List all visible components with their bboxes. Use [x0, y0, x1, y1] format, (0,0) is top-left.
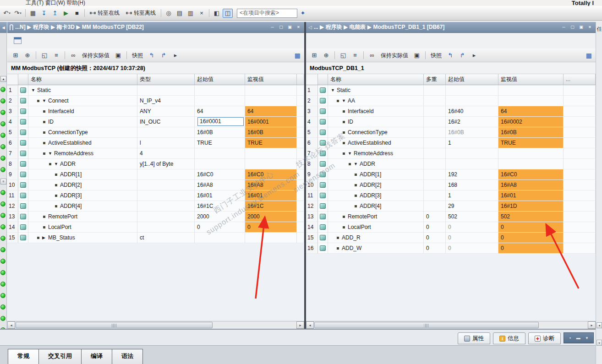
expander-icon[interactable]: ▶ — [42, 233, 47, 243]
breadcrumb-left[interactable]: ...N] ▶ 程序块 ▶ 梅卡3D ▶ MM ModbusTCP [DB22] — [15, 23, 144, 31]
start-value-cell[interactable]: 1 — [446, 138, 498, 148]
monitor-value-cell[interactable] — [498, 148, 564, 159]
start-value-cell[interactable]: 16#2 — [446, 117, 498, 127]
name-cell[interactable]: ADDR[2] — [28, 180, 137, 190]
monitor-value-cell[interactable] — [498, 85, 564, 96]
tab-info[interactable]: i 信息 — [493, 332, 525, 344]
multi-cell[interactable] — [424, 85, 446, 96]
monitor-value-cell[interactable]: 16#C0 — [245, 169, 297, 180]
data-type-cell[interactable] — [137, 201, 195, 212]
scroll-right-icon[interactable]: ▸ — [588, 321, 596, 329]
expander-icon[interactable]: ▼ — [331, 85, 336, 95]
tab-compile[interactable]: 编译 — [81, 349, 112, 364]
name-cell[interactable]: ▼ADDR — [28, 159, 137, 169]
name-cell[interactable]: ▼Static — [28, 85, 137, 96]
start-value-cell[interactable]: 502 — [446, 212, 498, 222]
table-row[interactable]: 2▼ConnectN_IP_v4 — [7, 96, 304, 106]
table-row[interactable]: 13RemotePort0502502 — [306, 212, 596, 222]
tab-cross-references[interactable]: 交叉引用 — [38, 349, 82, 364]
start-value-cell[interactable]: 0 — [446, 243, 498, 254]
add-row-icon[interactable]: ⊕ — [22, 51, 33, 60]
header-type[interactable]: 类型 — [137, 74, 195, 85]
start-value-cell[interactable] — [195, 159, 245, 169]
close-icon[interactable]: × — [295, 24, 302, 30]
multi-cell[interactable]: 0 — [424, 222, 446, 233]
freeze-values-icon[interactable]: ▣ — [113, 51, 123, 60]
start-value-cell[interactable]: 16#40 — [446, 106, 498, 117]
monitor-value-cell[interactable]: 0 — [498, 243, 564, 254]
monitor-value-cell[interactable] — [498, 159, 564, 169]
name-cell[interactable]: InterfaceId — [328, 106, 424, 117]
monitor-value-cell[interactable] — [245, 159, 297, 169]
table-row[interactable]: 1▼Static — [7, 85, 304, 96]
detail-view-icon[interactable]: ▦ — [586, 52, 592, 59]
monitor-all-icon[interactable]: ∞ — [367, 51, 377, 60]
editor-title-bar-left[interactable]: ...N] ▶ 程序块 ▶ 梅卡3D ▶ MM ModbusTCP [DB22]… — [7, 22, 304, 33]
start-value-cell[interactable]: 29 — [446, 201, 498, 212]
multi-cell[interactable]: 0 — [424, 233, 446, 243]
monitor-value-cell[interactable]: 64 — [245, 106, 297, 117]
monitor-value-cell[interactable]: 16#A8 — [245, 180, 297, 190]
multi-cell[interactable]: 0 — [424, 243, 446, 254]
expander-icon[interactable]: ▼ — [48, 148, 53, 158]
header-monitor-value[interactable]: 监视值 — [245, 74, 297, 85]
header-start-value[interactable]: 起始值 — [446, 74, 498, 85]
monitor-value-cell[interactable] — [245, 85, 297, 96]
table-row[interactable]: 9ADDR[1]16#C016#C0 — [7, 169, 304, 180]
data-type-cell[interactable]: 4 — [137, 148, 195, 159]
start-value-cell[interactable]: 64 — [195, 106, 245, 117]
highlight-search-icon[interactable]: ✦ — [298, 9, 308, 18]
go-offline-button[interactable]: 转至离线 — [123, 8, 159, 18]
start-value-cell[interactable]: TRUE — [195, 138, 245, 148]
snapshot-button[interactable]: 快照 — [130, 51, 145, 60]
table-row[interactable]: 3InterfaceIdANY6464 — [7, 106, 304, 117]
monitor-value-cell[interactable]: 16#1C — [245, 201, 297, 212]
start-value-cell[interactable] — [446, 96, 498, 106]
table-row[interactable]: 4ID16#216#0002 — [306, 117, 596, 127]
freeze-values-icon[interactable]: ▣ — [412, 51, 422, 60]
name-cell[interactable]: ID — [28, 117, 137, 127]
table-row[interactable]: 2▼AA — [306, 96, 596, 106]
table-row[interactable]: 11ADDR[3]116#01 — [306, 190, 596, 201]
stop-cpu-icon[interactable]: ■ — [72, 9, 82, 18]
data-type-cell[interactable]: l — [137, 138, 195, 148]
start-value-cell[interactable] — [195, 85, 245, 96]
start-value-cell[interactable]: 1 — [446, 190, 498, 201]
name-cell[interactable]: ID — [328, 117, 424, 127]
expander-icon[interactable]: ▼ — [354, 159, 359, 169]
multi-cell[interactable] — [424, 180, 446, 190]
back-link-icon[interactable]: ◁ — [308, 25, 312, 30]
monitor-value-cell[interactable]: 16#0B — [245, 127, 297, 138]
table-row[interactable]: 10ADDR[2]16#A816#A8 — [7, 180, 304, 190]
name-cell[interactable]: LocalPort — [328, 222, 424, 233]
start-value-cell[interactable] — [446, 159, 498, 169]
tab-diagnostics[interactable]: ✚ 诊断 — [528, 332, 561, 344]
scroll-left-icon[interactable]: ◂ — [7, 321, 15, 329]
monitor-value-cell[interactable]: 502 — [498, 212, 564, 222]
table-row[interactable]: 8▼ADDRy[1..4] of Byte — [7, 159, 304, 169]
monitor-all-icon[interactable]: ∞ — [68, 51, 78, 60]
multi-cell[interactable] — [424, 159, 446, 169]
monitor-value-cell[interactable]: 16#0B — [498, 127, 564, 138]
table-row[interactable]: 15▶MB_Statusct — [7, 233, 304, 243]
insert-row-icon[interactable]: ⊞ — [309, 51, 319, 60]
data-type-cell[interactable]: N_IP_v4 — [137, 96, 195, 106]
cross-references-icon[interactable]: ▥ — [186, 9, 196, 18]
table-row[interactable]: 10ADDR[2]16816#A8 — [306, 180, 596, 190]
name-cell[interactable]: ADDR[1] — [28, 169, 137, 180]
table-row[interactable]: 12ADDR[4]2916#1D — [306, 201, 596, 212]
data-type-cell[interactable] — [137, 212, 195, 222]
split-vertical-icon[interactable]: ◫ — [223, 9, 233, 18]
monitor-value-cell[interactable]: 16#1D — [498, 201, 564, 212]
online-diagnostics-icon[interactable]: ◎ — [164, 9, 174, 18]
upload-from-device-icon[interactable]: ↥ — [50, 9, 60, 18]
table-row[interactable]: 13RemotePort20002000 — [7, 212, 304, 222]
split-horizontal-icon[interactable]: ◧ — [212, 9, 222, 18]
name-cell[interactable]: ADDR[4] — [328, 201, 424, 212]
table-row[interactable]: 4IDIN_OUC16#000116#0001 — [7, 117, 304, 127]
monitor-value-cell[interactable] — [245, 148, 297, 159]
header-more[interactable]: ... — [564, 74, 596, 85]
multi-cell[interactable] — [424, 96, 446, 106]
collapse-left-panel-icon[interactable]: ◀ — [0, 22, 7, 33]
strip-collapse-icon[interactable]: ∨ — [597, 340, 602, 346]
